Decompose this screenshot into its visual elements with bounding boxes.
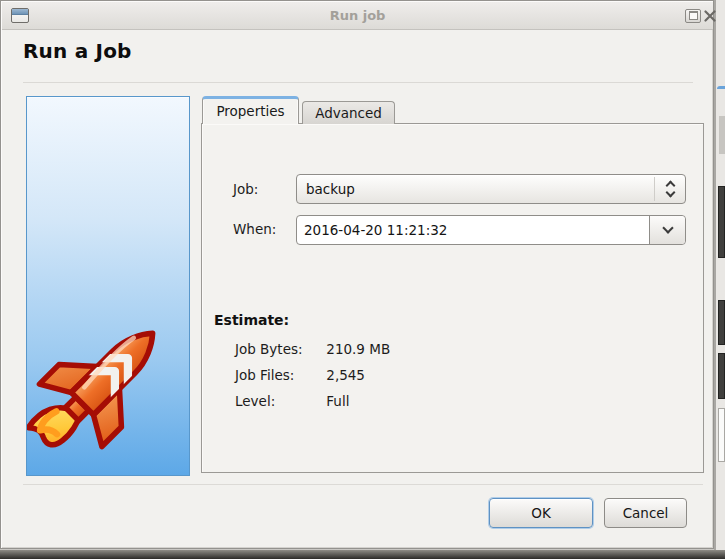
when-dropdown-button[interactable] — [649, 216, 685, 244]
background-window-fragment — [719, 116, 725, 154]
tab-properties[interactable]: Properties — [202, 96, 299, 124]
when-combobox — [296, 215, 686, 245]
screen: Run job Run a Job — [0, 0, 725, 559]
desktop-edge-strip — [0, 550, 725, 559]
up-down-chevrons-icon — [654, 177, 685, 201]
tab-advanced-label: Advanced — [315, 105, 382, 121]
estimate-row-value: 210.9 MB — [326, 341, 390, 357]
job-combobox[interactable]: backup — [296, 174, 686, 204]
cancel-button[interactable]: Cancel — [604, 498, 687, 528]
separator — [23, 484, 703, 485]
ok-button[interactable]: OK — [489, 498, 593, 528]
run-job-dialog: Run job Run a Job — [0, 0, 714, 549]
background-window-border — [717, 86, 725, 89]
estimate-table: Job Bytes: 210.9 MB Job Files: 2,545 Lev… — [235, 336, 390, 414]
separator — [23, 82, 693, 83]
estimate-row: Job Files: 2,545 — [235, 362, 390, 388]
page-title: Run a Job — [23, 39, 132, 63]
when-label: When: — [233, 221, 276, 237]
rocket-icon — [27, 301, 189, 469]
tab-advanced[interactable]: Advanced — [302, 101, 395, 124]
properties-tab-panel: Job: backup When: Estimate: Job Bytes: — [201, 123, 704, 473]
tab-properties-label: Properties — [216, 103, 284, 119]
background-window-fragment — [718, 300, 725, 345]
job-label: Job: — [233, 181, 258, 197]
background-window-fragment — [718, 353, 725, 399]
background-window-fragment — [718, 186, 725, 258]
estimate-row-label: Level: — [235, 388, 322, 414]
estimate-row-label: Job Files: — [235, 362, 322, 388]
estimate-row-value: Full — [326, 393, 349, 409]
estimate-row-label: Job Bytes: — [235, 336, 322, 362]
when-input[interactable] — [298, 217, 649, 243]
maximize-icon[interactable] — [685, 9, 701, 23]
background-window-fragment — [718, 408, 725, 462]
titlebar[interactable]: Run job — [2, 2, 713, 30]
estimate-row: Job Bytes: 210.9 MB — [235, 336, 390, 362]
close-icon[interactable] — [704, 8, 716, 24]
job-combobox-value: backup — [306, 175, 645, 203]
estimate-row: Level: Full — [235, 388, 390, 414]
estimate-heading: Estimate: — [214, 312, 289, 328]
background-window-strip — [714, 0, 725, 559]
chevron-down-icon — [662, 222, 673, 233]
side-art-panel — [26, 96, 190, 476]
window-title: Run job — [2, 2, 713, 30]
estimate-row-value: 2,545 — [326, 367, 365, 383]
